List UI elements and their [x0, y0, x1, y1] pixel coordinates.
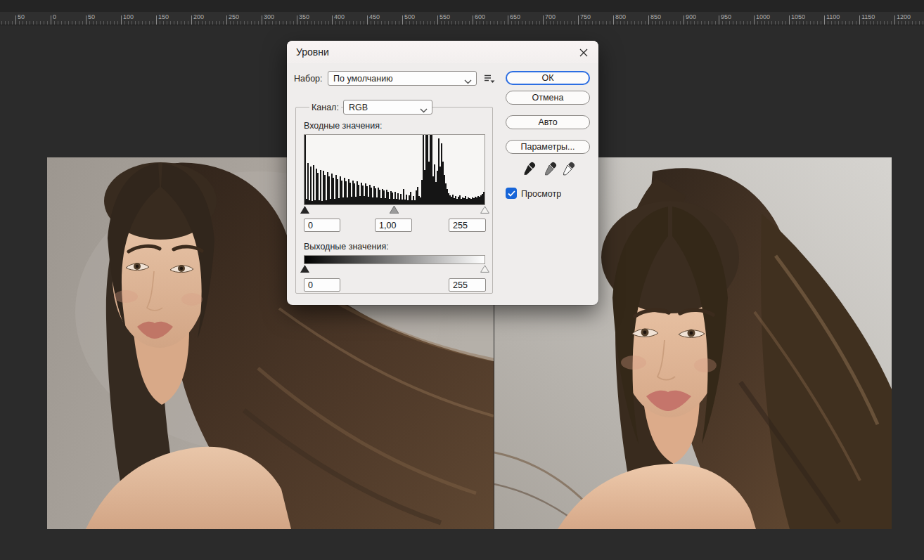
ruler-tick-label: 1200: [897, 13, 911, 20]
ruler-tick-label: 500: [404, 13, 415, 20]
preset-menu-icon[interactable]: [483, 73, 495, 86]
ruler-tick-label: 1000: [756, 13, 770, 20]
ruler-major-tick: [156, 15, 157, 25]
output-levels-label: Выходные значения:: [304, 242, 389, 252]
eyedropper-black-icon[interactable]: [522, 162, 537, 177]
ruler-tick-label: 300: [264, 13, 274, 20]
close-icon[interactable]: [577, 46, 591, 60]
ruler-tick-label: 1050: [791, 13, 805, 20]
ruler-major-tick: [332, 15, 333, 25]
output-gradient-bar: [304, 255, 485, 264]
ruler-tick-label: 650: [510, 13, 520, 20]
preset-value: По умолчанию: [333, 74, 393, 84]
input-gamma-field[interactable]: [375, 219, 412, 232]
ruler-major-tick: [121, 15, 122, 25]
channel-value: RGB: [349, 103, 368, 112]
ruler-major-tick: [754, 15, 755, 25]
input-gamma-slider[interactable]: [390, 206, 399, 214]
output-white-slider[interactable]: [480, 265, 489, 273]
eyedropper-white-icon[interactable]: [561, 162, 577, 177]
ruler-tick-label: 1100: [826, 13, 840, 20]
ruler[interactable]: 5005010015020025030035040045050055060065…: [0, 12, 924, 25]
ruler-minor-ticks: [1, 21, 924, 25]
input-white-field[interactable]: [449, 219, 486, 232]
ruler-major-tick: [859, 15, 860, 25]
ruler-tick-label: 550: [439, 13, 450, 20]
ruler-major-tick: [648, 15, 649, 25]
output-white-field[interactable]: [449, 278, 486, 292]
ruler-major-tick: [402, 15, 403, 25]
ruler-tick-label: 1150: [861, 13, 875, 20]
channel-label: Канал:: [309, 103, 341, 112]
ruler-tick-label: 400: [334, 13, 345, 20]
chevron-down-icon: [420, 105, 428, 115]
ruler-tick-label: 600: [475, 13, 485, 20]
levels-dialog: Уровни Набор: По умолчанию ОК Отмена Авт…: [287, 41, 598, 305]
ruler-major-tick: [473, 15, 473, 25]
chevron-down-icon: [464, 77, 472, 86]
ruler-major-tick: [226, 15, 227, 25]
top-bar: [0, 0, 924, 12]
options-button[interactable]: Параметры...: [506, 140, 590, 154]
auto-button[interactable]: Авто: [506, 115, 590, 129]
cancel-button[interactable]: Отмена: [506, 91, 590, 105]
input-black-slider[interactable]: [300, 206, 309, 214]
preset-label: Набор:: [294, 74, 323, 84]
ruler-major-tick: [297, 15, 297, 25]
ruler-tick-label: 950: [721, 13, 731, 20]
ruler-tick-label: 900: [686, 13, 696, 20]
preset-dropdown[interactable]: По умолчанию: [328, 71, 477, 86]
dialog-titlebar[interactable]: Уровни: [287, 41, 598, 63]
output-black-field[interactable]: [304, 278, 340, 292]
preview-checkbox[interactable]: [506, 188, 517, 199]
ruler-major-tick: [191, 15, 192, 25]
ruler-tick-label: 700: [545, 13, 556, 20]
ruler-major-tick: [824, 15, 825, 25]
preview-label: Просмотр: [521, 189, 561, 199]
ruler-major-tick: [15, 15, 16, 25]
ruler-major-tick: [613, 15, 614, 25]
ruler-major-tick: [719, 15, 719, 25]
ruler-tick-label: 200: [193, 13, 204, 20]
photoshop-workspace: 5005010015020025030035040045050055060065…: [0, 0, 924, 560]
ruler-tick-label: 50: [18, 13, 25, 20]
ruler-tick-label: 100: [123, 13, 134, 20]
ok-button[interactable]: ОК: [506, 71, 590, 85]
ruler-tick-label: 450: [369, 13, 380, 20]
ruler-major-tick: [684, 15, 684, 25]
eyedropper-gray-icon[interactable]: [543, 162, 558, 177]
ruler-major-tick: [437, 15, 438, 25]
ruler-tick-label: 750: [580, 13, 591, 20]
ruler-major-tick: [51, 15, 51, 25]
ruler-major-tick: [543, 15, 544, 25]
histogram: [304, 134, 485, 205]
ruler-tick-label: 150: [158, 13, 169, 20]
ruler-major-tick: [262, 15, 262, 25]
channel-dropdown[interactable]: RGB: [343, 100, 432, 115]
ruler-tick-label: 0: [53, 13, 56, 20]
ruler-major-tick: [578, 15, 579, 25]
input-white-slider[interactable]: [480, 206, 489, 214]
output-black-slider[interactable]: [300, 265, 309, 273]
ruler-major-tick: [508, 15, 508, 25]
input-black-field[interactable]: [304, 219, 340, 232]
ruler-tick-label: 250: [229, 13, 239, 20]
input-levels-label: Входные значения:: [304, 121, 383, 131]
ruler-tick-label: 350: [299, 13, 309, 20]
ruler-major-tick: [894, 15, 895, 25]
ruler-major-tick: [367, 15, 368, 25]
ruler-tick-label: 800: [615, 13, 626, 20]
dialog-title: Уровни: [296, 46, 329, 58]
ruler-tick-label: 50: [88, 13, 95, 20]
ruler-major-tick: [789, 15, 790, 25]
ruler-tick-label: 850: [650, 13, 661, 20]
ruler-major-tick: [86, 15, 86, 25]
